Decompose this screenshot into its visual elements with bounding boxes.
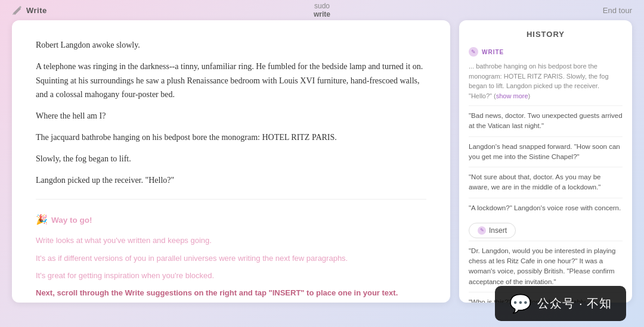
logo-area: Write [12, 5, 47, 15]
wechat-icon: 💬 [509, 293, 531, 314]
history-item-0: "Bad news, doctor. Two unexpected guests… [469, 105, 623, 136]
history-title: History [469, 30, 623, 39]
top-bar: Write sudo write End tour [0, 0, 644, 20]
insert-button-1[interactable]: ✎ Insert [469, 223, 516, 238]
suggestion-title: 🎉 Way to go! [36, 211, 426, 229]
history-item-2: "Not sure about that, doctor. As you may… [469, 167, 623, 198]
editor-text: Robert Langdon awoke slowly. A telephone… [36, 38, 426, 187]
main-container: Robert Langdon awoke slowly. A telephone… [0, 20, 644, 314]
end-tour-button[interactable]: End tour [603, 6, 632, 15]
write-badge-icon: ✎ [469, 47, 478, 57]
write-excerpt: ... bathrobe hanging on his bedpost bore… [469, 61, 623, 101]
app-logo: sudo write [314, 2, 330, 19]
watermark-text: 公众号 · 不知 [537, 295, 612, 312]
history-panel: History ✎ WRITE ... bathrobe hanging on … [459, 20, 632, 303]
write-badge-label: WRITE [482, 49, 504, 55]
paragraph-2: A telephone was ringing in the darkness-… [36, 60, 426, 102]
paragraph-3: Where the hell am I? [36, 109, 426, 123]
history-item-3: "A lockdown?" Langdon's voice rose with … [469, 198, 623, 218]
write-badge: ✎ WRITE [469, 47, 623, 57]
suggestion-body: Write looks at what you've written and k… [36, 233, 426, 300]
paragraph-5: Slowly, the fog began to lift. [36, 152, 426, 166]
paragraph-4: The jacquard bathrobe hanging on his bed… [36, 130, 426, 145]
paragraph-1: Robert Langdon awoke slowly. [36, 38, 426, 52]
party-icon: 🎉 [36, 211, 48, 229]
history-item-1: Langdon's head snapped forward. "How soo… [469, 136, 623, 167]
write-label[interactable]: Write [26, 6, 47, 15]
paragraph-6: Langdon picked up the receiver. "Hello?" [36, 173, 426, 188]
show-more-link[interactable]: show more [496, 92, 528, 99]
suggestion-area: 🎉 Way to go! Write looks at what you've … [36, 211, 426, 300]
divider [36, 199, 426, 200]
editor-panel: Robert Langdon awoke slowly. A telephone… [12, 20, 450, 303]
insert-icon-1: ✎ [478, 226, 486, 235]
watermark-overlay: 💬 公众号 · 不知 [495, 286, 626, 321]
history-item-4: "Dr. Langdon, would you be interested in… [469, 241, 623, 292]
pencil-icon [12, 5, 23, 15]
